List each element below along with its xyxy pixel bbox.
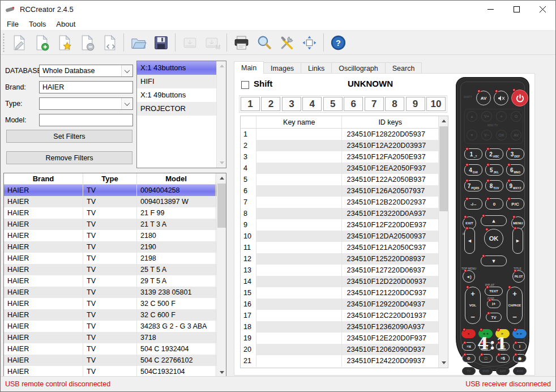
usb-write-button[interactable] [178, 32, 201, 53]
favorite-key-button[interactable] [53, 32, 75, 53]
fullscreen-button[interactable] [298, 32, 320, 53]
remote-digit-8[interactable]: 8TUV [485, 180, 503, 191]
remote-digit-7[interactable]: 7PQRS [464, 180, 482, 191]
table-row[interactable]: HAIERTV504 C 22766102 [4, 355, 216, 366]
chevron-down-icon[interactable] [121, 65, 132, 76]
remote-info-button[interactable]: i+ [487, 300, 501, 308]
settings-button[interactable] [275, 32, 298, 53]
table-row[interactable]: 11234510F121A2050C937 [241, 242, 438, 253]
table-row[interactable]: 17234510F12C220D01937 [241, 310, 438, 321]
scrollbar-thumb[interactable] [217, 184, 226, 228]
set-filters-button[interactable]: Set Filters [6, 130, 132, 143]
menu-item-about[interactable]: About [51, 18, 80, 30]
key-number-button[interactable]: 5 [323, 97, 343, 111]
key-number-button[interactable]: 1 [241, 97, 260, 111]
remote-down-button[interactable]: ▼ [481, 255, 507, 266]
table-row[interactable]: HAIERTV21 T 3 A [4, 219, 216, 230]
delete-key-button[interactable] [75, 32, 98, 53]
list-item[interactable]: PROJECTOR [137, 102, 216, 116]
remote-right-button[interactable]: ► [512, 228, 523, 254]
remote-text-button[interactable]: TEXT [485, 287, 503, 296]
remote-up-button[interactable]: ▲ [481, 215, 507, 226]
tab-images[interactable]: Images [263, 62, 301, 74]
remove-filters-button[interactable]: Remove Filters [6, 151, 132, 164]
table-row[interactable]: 6234510F126A20507937 [241, 185, 438, 197]
key-number-button[interactable]: 10 [426, 97, 446, 111]
remote-mute-button[interactable] [494, 91, 508, 105]
remote-digit-1[interactable]: 1.,? [464, 148, 482, 160]
key-number-button[interactable]: 2 [261, 97, 280, 111]
column-header[interactable]: Key name [256, 116, 343, 128]
remote-utility-button[interactable]: □ [479, 354, 493, 363]
remote-digit-5[interactable]: 5JKL [485, 164, 503, 176]
table-row[interactable]: 14234510F12D220D00937 [241, 276, 438, 287]
table-row[interactable]: HAIERTV29 T 5 A [4, 275, 216, 287]
table-row[interactable]: HAIERTV21 F 99 [4, 207, 216, 219]
table-row[interactable]: HAIERTV504C1932104 [4, 366, 216, 377]
table-row[interactable]: 10234510F12DA20500937 [241, 231, 438, 242]
scroll-up-icon[interactable] [217, 61, 226, 71]
remote-channel-rocker[interactable]: +CH/PAGE− [507, 287, 523, 324]
open-database-button[interactable] [127, 32, 149, 53]
tab-main[interactable]: Main [234, 61, 264, 74]
table-row[interactable]: HAIERTV504 C 1932404 [4, 343, 216, 355]
remote-digit-6[interactable]: 6MNO [506, 164, 524, 176]
remote-utility-button[interactable]: ≡$ [496, 354, 510, 363]
remote-ok-button[interactable]: OK [484, 229, 503, 248]
list-item[interactable]: X:1 43buttons [137, 61, 216, 75]
table-row[interactable]: 7234510F12B220D02937 [241, 197, 438, 208]
tab-oscillograph[interactable]: Oscillograph [331, 62, 385, 74]
table-row[interactable]: HAIERTV2180 [4, 230, 216, 241]
column-header[interactable]: Model [137, 173, 216, 184]
table-row[interactable]: 18234510F12362090A937 [241, 321, 438, 333]
new-key-button[interactable] [30, 32, 53, 53]
table-row[interactable]: 9234510F12F220D0E937 [241, 219, 438, 231]
toolbar-grip[interactable] [2, 33, 5, 52]
scroll-down-icon[interactable] [217, 158, 226, 168]
help-button[interactable]: ? [327, 32, 349, 53]
models-table-scrollbar[interactable] [216, 173, 226, 377]
table-row[interactable]: 4234510F12EA2050F937 [241, 163, 438, 174]
remote-av-button[interactable]: AV [476, 91, 491, 105]
chevron-down-icon[interactable] [121, 98, 132, 109]
table-row[interactable]: 19234510F12E220D0F937 [241, 333, 438, 344]
table-row[interactable]: HAIERTV0094004258 [4, 185, 216, 196]
table-row[interactable]: HAIERTV32 C 600 F [4, 309, 216, 321]
remote-power-button[interactable] [511, 90, 528, 106]
save-database-button[interactable] [149, 32, 172, 53]
key-number-button[interactable]: 6 [344, 97, 363, 111]
keys-table-scrollbar[interactable] [438, 116, 448, 368]
table-row[interactable]: HAIERTV34283 G 2 - G 3 ABA [4, 321, 216, 332]
remote-left-button[interactable]: ◄ [464, 228, 475, 254]
search-button[interactable] [253, 32, 275, 53]
minimize-button[interactable] [477, 1, 503, 18]
table-row[interactable]: 20234510F12062090D937 [241, 344, 438, 355]
remote-digit-2[interactable]: 2ABC [485, 148, 503, 160]
table-row[interactable]: HAIERTV3139 238 05801 [4, 287, 216, 298]
type-select[interactable] [39, 97, 133, 110]
shift-checkbox[interactable] [241, 81, 249, 89]
column-header[interactable]: Brand [4, 173, 83, 184]
scroll-down-icon[interactable] [439, 358, 448, 368]
model-field[interactable] [39, 114, 133, 126]
device-list-scrollbar[interactable] [216, 61, 226, 168]
remote-digit-3[interactable]: 3DEF [506, 148, 524, 160]
remote-digit-9[interactable]: 9WXYZ [506, 180, 524, 191]
table-row[interactable]: HAIERTV3718 [4, 332, 216, 343]
column-header[interactable]: ID keys [342, 116, 438, 128]
print-button[interactable] [230, 32, 253, 53]
scroll-up-icon[interactable] [439, 116, 448, 126]
tab-links[interactable]: Links [301, 62, 332, 74]
database-select[interactable]: Whole Database [39, 65, 133, 77]
key-number-button[interactable]: 3 [282, 97, 301, 111]
scrollbar-thumb[interactable] [439, 126, 448, 211]
table-row[interactable]: 5234510F122A2050B937 [241, 174, 438, 185]
list-item[interactable]: HIFI [137, 75, 216, 88]
list-item[interactable]: X:1 49buttons [137, 88, 216, 102]
brand-field[interactable] [39, 81, 133, 93]
usb-write-m-button[interactable]: M [201, 32, 224, 53]
table-row[interactable]: 21234510F124220D09937 [241, 355, 438, 367]
table-row[interactable]: 3234510F12FA2050E937 [241, 151, 438, 163]
edit-key-button[interactable] [7, 32, 30, 53]
remote-top-menu-button[interactable]: ◄) [463, 270, 475, 283]
